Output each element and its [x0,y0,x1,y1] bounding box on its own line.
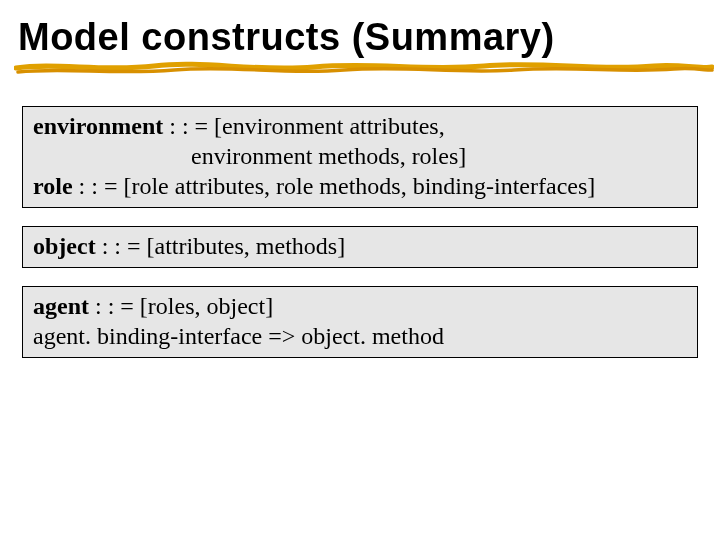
agent-line-1: agent : : = [roles, object] [33,291,687,321]
definition-box-object: object : : = [attributes, methods] [22,226,698,268]
definition-box-agent: agent : : = [roles, object] agent. bindi… [22,286,698,358]
env-line-2: environment methods, roles] [33,141,687,171]
definition-box-environment-role: environment : : = [environment attribute… [22,106,698,208]
role-keyword: role [33,173,73,199]
page-title: Model constructs (Summary) [18,12,702,72]
object-keyword: object [33,233,96,259]
env-keyword: environment [33,113,163,139]
object-rest: : : = [attributes, methods] [96,233,346,259]
agent-line-2: agent. binding-interface => object. meth… [33,321,687,351]
agent-rest-1: : : = [roles, object] [89,293,273,319]
role-line: role : : = [role attributes, role method… [33,171,687,201]
slide: Model constructs (Summary) environment :… [0,0,720,540]
env-line-1: environment : : = [environment attribute… [33,111,687,141]
env-rest-2: environment methods, roles] [33,141,687,171]
role-rest: : : = [role attributes, role methods, bi… [73,173,596,199]
env-rest-1: : : = [environment attributes, [163,113,444,139]
title-wrap: Model constructs (Summary) [18,12,702,72]
object-line: object : : = [attributes, methods] [33,231,687,261]
agent-keyword: agent [33,293,89,319]
